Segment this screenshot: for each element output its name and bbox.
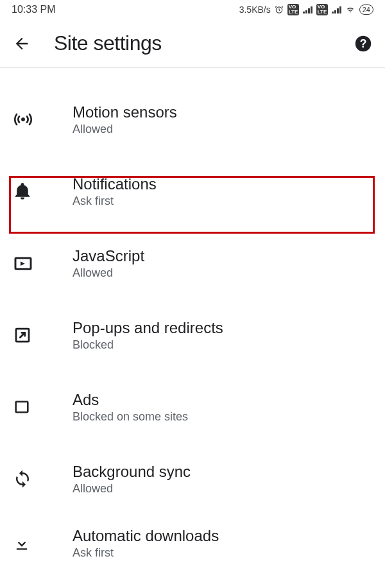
alarm-icon [275,5,284,14]
ads-icon [13,398,73,416]
item-sub: Ask first [73,546,219,560]
item-notifications[interactable]: Notifications Ask first [0,155,385,227]
lte-badge-2: VOLTE [316,4,329,15]
item-motion-sensors[interactable]: Motion sensors Allowed [0,83,385,155]
download-icon [13,534,73,552]
item-title: Ads [73,391,188,409]
item-sub: Allowed [73,123,177,136]
item-javascript[interactable]: JavaScript Allowed [0,227,385,299]
lte-badge-1: VOLTE [287,4,300,15]
item-background-sync[interactable]: Background sync Allowed [0,443,385,515]
item-title: Pop-ups and redirects [73,319,223,337]
item-sub: Blocked on some sites [73,410,188,424]
help-button[interactable]: ? [354,35,372,53]
svg-rect-6 [16,402,28,412]
item-title: Automatic downloads [73,527,219,545]
item-title: Background sync [73,463,191,481]
item-sub: Ask first [73,195,157,208]
status-bar: 10:33 PM 3.5KB/s VOLTE VOLTE 24 [0,0,385,19]
status-indicators: 3.5KB/s VOLTE VOLTE 24 [239,4,373,15]
app-bar: Site settings ? [0,19,385,68]
svg-text:?: ? [360,37,367,49]
signal-2-icon [332,6,341,13]
item-sub: Allowed [73,482,191,496]
item-automatic-downloads[interactable]: Automatic downloads Ask first [0,515,385,571]
item-sub: Allowed [73,266,144,280]
item-ads[interactable]: Ads Blocked on some sites [0,371,385,443]
page-title: Site settings [54,31,354,55]
item-title: Notifications [73,175,157,193]
signal-1-icon [303,6,312,13]
settings-list: Motion sensors Allowed Notifications Ask… [0,83,385,571]
item-sub: Blocked [73,338,223,352]
sync-icon [13,469,73,489]
back-button[interactable] [13,35,31,53]
external-link-icon [13,325,73,345]
battery-indicator: 24 [359,4,373,15]
status-time: 10:33 PM [12,4,55,15]
item-popups[interactable]: Pop-ups and redirects Blocked [0,299,385,371]
status-data-rate: 3.5KB/s [239,4,271,15]
javascript-icon [13,253,73,273]
item-title: JavaScript [73,247,144,265]
motion-sensors-icon [13,109,73,130]
partial-item-sub [0,68,385,83]
bell-icon [13,182,73,201]
item-title: Motion sensors [73,103,177,121]
wifi-icon [345,5,355,14]
svg-point-3 [21,117,25,121]
